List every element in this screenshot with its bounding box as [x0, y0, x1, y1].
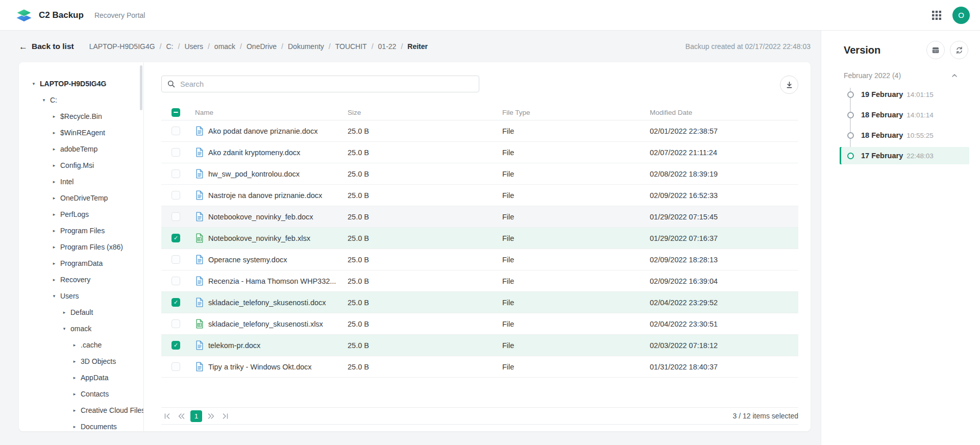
tree-item[interactable]: ▸ Creative Cloud Files: [19, 402, 143, 418]
row-checkbox[interactable]: [172, 319, 180, 328]
breadcrumb-item[interactable]: OneDrive: [247, 42, 277, 51]
search-input[interactable]: [161, 76, 479, 92]
file-table-row[interactable]: Notebookove_novinky_feb.docx 25.0 B File…: [161, 206, 798, 228]
tree-item[interactable]: ▸ Program Files: [19, 222, 143, 239]
row-checkbox[interactable]: [172, 255, 180, 264]
row-checkbox[interactable]: [172, 234, 180, 242]
tree-item[interactable]: ▾ C:: [19, 92, 143, 108]
tree-toggle-icon[interactable]: ▸: [50, 195, 58, 201]
last-page-button[interactable]: [219, 410, 231, 422]
breadcrumb-item[interactable]: 01-22: [378, 42, 397, 51]
tree-toggle-icon[interactable]: ▸: [50, 277, 58, 282]
tree-item[interactable]: ▾ Users: [19, 288, 143, 304]
file-table-row[interactable]: Ako podat danove priznanie.docx 25.0 B F…: [161, 120, 798, 142]
tree-item[interactable]: ▸ $WinREAgent: [19, 125, 143, 141]
file-table-row[interactable]: Tipy a triky - Windows Okt.docx 25.0 B F…: [161, 356, 798, 378]
breadcrumb-item[interactable]: Reiter: [407, 42, 428, 51]
breadcrumb-item[interactable]: LAPTOP-H9D5IG4G: [89, 42, 155, 51]
file-table-row[interactable]: skladacie_telefony_skusenosti.xlsx 25.0 …: [161, 313, 798, 335]
column-header-size[interactable]: Size: [348, 109, 502, 116]
column-header-name[interactable]: Name: [195, 109, 348, 116]
version-item[interactable]: 18 February 14:01:14: [840, 106, 969, 123]
file-table-row[interactable]: Notebookove_novinky_feb.xlsx 25.0 B File…: [161, 228, 798, 249]
file-table-row[interactable]: Nastroje na danove priznanie.docx 25.0 B…: [161, 185, 798, 206]
tree-scrollbar[interactable]: [140, 65, 142, 110]
apps-grid-button[interactable]: [929, 8, 944, 23]
tree-toggle-icon[interactable]: ▸: [60, 310, 68, 315]
tree-item[interactable]: ▸ OneDriveTemp: [19, 190, 143, 206]
tree-item[interactable]: ▸ Documents: [19, 418, 143, 431]
file-table-row[interactable]: hw_sw_pod_kontrolou.docx 25.0 B File 02/…: [161, 163, 798, 185]
tree-toggle-icon[interactable]: ▾: [60, 326, 68, 331]
tree-item[interactable]: ▸ Intel: [19, 174, 143, 190]
row-checkbox[interactable]: [172, 341, 180, 350]
tree-toggle-icon[interactable]: ▾: [50, 293, 58, 299]
row-checkbox[interactable]: [172, 298, 180, 307]
file-table-row[interactable]: Operacne systemy.docx 25.0 B File 02/09/…: [161, 249, 798, 270]
file-modified-date: 02/09/2022 18:28:13: [650, 256, 798, 264]
tree-item[interactable]: ▸ adobeTemp: [19, 141, 143, 157]
current-page-button[interactable]: 1: [190, 410, 202, 422]
breadcrumb-item[interactable]: Dokumenty: [288, 42, 324, 51]
breadcrumb-item[interactable]: omack: [214, 42, 235, 51]
file-table-row[interactable]: telekom-pr.docx 25.0 B File 02/03/2022 0…: [161, 335, 798, 356]
row-checkbox[interactable]: [172, 169, 180, 178]
tree-toggle-icon[interactable]: ▸: [50, 163, 58, 168]
tree-toggle-icon[interactable]: ▾: [40, 97, 48, 103]
version-item[interactable]: 19 February 14:01:15: [840, 86, 969, 103]
row-checkbox[interactable]: [172, 362, 180, 371]
tree-toggle-icon[interactable]: ▸: [70, 359, 79, 364]
first-page-button[interactable]: [161, 410, 173, 422]
tree-toggle-icon[interactable]: ▸: [70, 424, 79, 429]
tree-item[interactable]: ▸ Config.Msi: [19, 157, 143, 174]
file-table-row[interactable]: skladacie_telefony_skusenosti.docx 25.0 …: [161, 292, 798, 313]
tree-item[interactable]: ▸ ProgramData: [19, 255, 143, 271]
file-table-row[interactable]: Recenzia - Hama Thomson WHP332... 25.0 B…: [161, 270, 798, 292]
tree-item[interactable]: ▾ LAPTOP-H9D5IG4G: [19, 76, 143, 92]
download-button[interactable]: [780, 76, 798, 94]
next-page-button[interactable]: [205, 410, 216, 422]
tree-item[interactable]: ▸ AppData: [19, 369, 143, 386]
tree-toggle-icon[interactable]: ▸: [70, 408, 79, 413]
version-item[interactable]: 18 February 10:55:25: [840, 127, 969, 144]
previous-page-button[interactable]: [176, 410, 187, 422]
tree-toggle-icon[interactable]: ▸: [50, 212, 58, 217]
tree-item[interactable]: ▸ $Recycle.Bin: [19, 108, 143, 125]
row-checkbox[interactable]: [172, 212, 180, 221]
tree-toggle-icon[interactable]: ▾: [30, 81, 38, 86]
back-to-list-link[interactable]: ← Back to list: [19, 42, 74, 51]
tree-toggle-icon[interactable]: ▸: [50, 114, 58, 119]
row-checkbox[interactable]: [172, 127, 180, 135]
select-all-checkbox[interactable]: [172, 108, 180, 117]
column-header-filetype[interactable]: File Type: [502, 109, 650, 116]
tree-toggle-icon[interactable]: ▸: [50, 228, 58, 233]
tree-toggle-icon[interactable]: ▸: [50, 261, 58, 266]
tree-toggle-icon[interactable]: ▸: [50, 130, 58, 135]
tree-toggle-icon[interactable]: ▸: [70, 375, 79, 380]
tree-item[interactable]: ▸ Recovery: [19, 271, 143, 288]
tree-toggle-icon[interactable]: ▸: [70, 391, 79, 397]
tree-toggle-icon[interactable]: ▸: [50, 179, 58, 184]
file-table-area: Name Size File Type Modified Date Ako po…: [144, 62, 811, 431]
tree-toggle-icon[interactable]: ▸: [70, 342, 79, 348]
tree-item[interactable]: ▸ Contacts: [19, 386, 143, 402]
tree-item[interactable]: ▾ omack: [19, 320, 143, 337]
tree-item[interactable]: ▸ 3D Objects: [19, 353, 143, 369]
file-table-row[interactable]: Ako zdanit kryptomeny.docx 25.0 B File 0…: [161, 142, 798, 163]
file-name: Tipy a triky - Windows Okt.docx: [208, 363, 348, 371]
tree-item[interactable]: ▸ Program Files (x86): [19, 239, 143, 255]
tree-toggle-icon[interactable]: ▸: [50, 146, 58, 152]
tree-toggle-icon[interactable]: ▸: [50, 244, 58, 250]
version-item[interactable]: 17 February 22:48:03: [840, 147, 969, 164]
column-header-modified[interactable]: Modified Date: [650, 109, 798, 116]
user-avatar[interactable]: O: [952, 7, 970, 24]
breadcrumb-item[interactable]: C:: [166, 42, 174, 51]
tree-item[interactable]: ▸ Default: [19, 304, 143, 320]
tree-item[interactable]: ▸ .cache: [19, 337, 143, 353]
row-checkbox[interactable]: [172, 148, 180, 157]
row-checkbox[interactable]: [172, 277, 180, 285]
breadcrumb-item[interactable]: Users: [184, 42, 203, 51]
row-checkbox[interactable]: [172, 191, 180, 200]
breadcrumb-item[interactable]: TOUCHIT: [335, 42, 367, 51]
tree-item[interactable]: ▸ PerfLogs: [19, 206, 143, 222]
